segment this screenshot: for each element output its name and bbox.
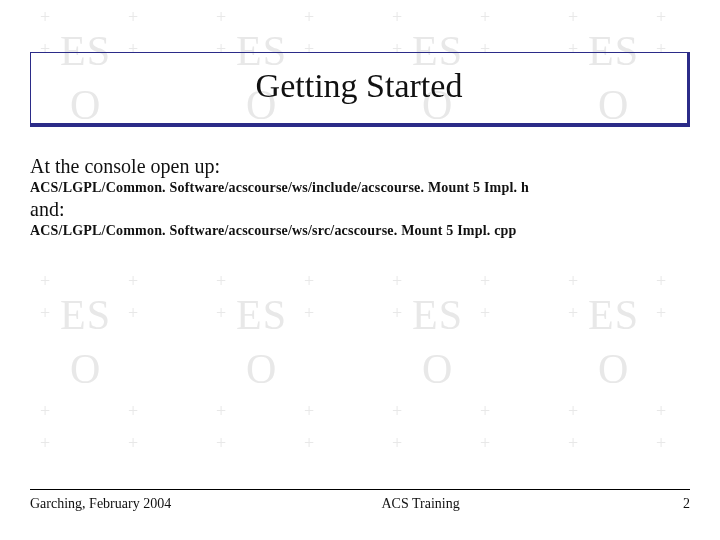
- body-path-1: ACS/LGPL/Common. Software/acscourse/ws/i…: [30, 180, 690, 196]
- footer-page-number: 2: [670, 496, 690, 512]
- body-path-2: ACS/LGPL/Common. Software/acscourse/ws/s…: [30, 223, 690, 239]
- slide-body: At the console open up: ACS/LGPL/Common.…: [30, 155, 690, 239]
- body-line-2: and:: [30, 198, 690, 221]
- body-line-1: At the console open up:: [30, 155, 690, 178]
- title-box: Getting Started: [30, 52, 690, 127]
- slide-title: Getting Started: [256, 67, 463, 104]
- footer-left: Garching, February 2004: [30, 496, 171, 512]
- slide: Getting Started At the console open up: …: [0, 0, 720, 540]
- footer-center: ACS Training: [171, 496, 670, 512]
- slide-footer: Garching, February 2004 ACS Training 2: [30, 489, 690, 512]
